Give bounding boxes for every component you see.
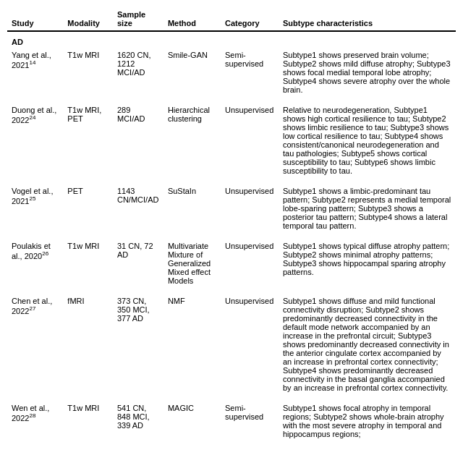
spacer-cell	[7, 288, 456, 294]
cell-category: Unsupervised	[221, 103, 279, 178]
cell-sample: 31 CN, 72 AD	[113, 239, 163, 288]
header-subtype: Subtype characteristics	[279, 7, 456, 31]
cell-subtype: Relative to neurodegeneration, Subtype1 …	[279, 103, 456, 178]
header-method: Method	[163, 7, 221, 31]
header-study: Study	[7, 7, 63, 31]
cell-method: Smile-GAN	[163, 48, 221, 97]
spacer-row	[7, 178, 456, 184]
cell-sample: 541 CN, 848 MCI, 339 AD	[113, 401, 163, 441]
cell-subtype: Subtype1 shows preserved brain volume; S…	[279, 48, 456, 97]
cell-method: MAGIC	[163, 401, 221, 441]
cell-sample: 289 MCI/AD	[113, 103, 163, 178]
cell-study: Vogel et al., 202125	[7, 184, 63, 233]
cell-study: Wen et al., 202228	[7, 401, 63, 441]
cell-study: Poulakis et al., 202026	[7, 239, 63, 288]
spacer-cell	[7, 178, 456, 184]
header-modality: Modality	[63, 7, 113, 31]
cell-sample: 1143 CN/MCI/AD	[113, 184, 163, 233]
section-label: AD	[7, 31, 456, 48]
cell-subtype: Subtype1 shows a limbic-predominant tau …	[279, 184, 456, 233]
cell-method: SuStaIn	[163, 184, 221, 233]
header-category: Category	[221, 7, 279, 31]
main-table: Study Modality Sample size Method Catego…	[7, 7, 456, 441]
spacer-row	[7, 395, 456, 401]
cell-category: Unsupervised	[221, 294, 279, 395]
table-row: Chen et al., 202227fMRI373 CN, 350 MCI, …	[7, 294, 456, 395]
table-row: Vogel et al., 202125PET1143 CN/MCI/ADSuS…	[7, 184, 456, 233]
cell-category: Unsupervised	[221, 184, 279, 233]
cell-category: Semi-supervised	[221, 401, 279, 441]
spacer-row	[7, 97, 456, 103]
cell-method: Multivariate Mixture of Generalized Mixe…	[163, 239, 221, 288]
cell-modality: T1w MRI	[63, 48, 113, 97]
cell-sample: 373 CN, 350 MCI, 377 AD	[113, 294, 163, 395]
cell-study: Duong et al., 202224	[7, 103, 63, 178]
cell-method: NMF	[163, 294, 221, 395]
spacer-row	[7, 233, 456, 239]
cell-category: Semi-supervised	[221, 48, 279, 97]
table-row: Yang et al., 202114T1w MRI1620 CN, 1212 …	[7, 48, 456, 97]
table-row: Duong et al., 202224T1w MRI, PET289 MCI/…	[7, 103, 456, 178]
cell-method: Hierarchical clustering	[163, 103, 221, 178]
cell-study: Yang et al., 202114	[7, 48, 63, 97]
spacer-cell	[7, 395, 456, 401]
section-header-row: AD	[7, 31, 456, 48]
cell-subtype: Subtype1 shows typical diffuse atrophy p…	[279, 239, 456, 288]
cell-category: Unsupervised	[221, 239, 279, 288]
spacer-cell	[7, 233, 456, 239]
table-row: Poulakis et al., 202026T1w MRI31 CN, 72 …	[7, 239, 456, 288]
cell-modality: T1w MRI	[63, 239, 113, 288]
spacer-row	[7, 288, 456, 294]
cell-sample: 1620 CN, 1212 MCI/AD	[113, 48, 163, 97]
cell-study: Chen et al., 202227	[7, 294, 63, 395]
cell-modality: fMRI	[63, 294, 113, 395]
cell-modality: PET	[63, 184, 113, 233]
table-row: Wen et al., 202228T1w MRI541 CN, 848 MCI…	[7, 401, 456, 441]
spacer-cell	[7, 97, 456, 103]
cell-modality: T1w MRI	[63, 401, 113, 441]
cell-subtype: Subtype1 shows diffuse and mild function…	[279, 294, 456, 395]
cell-subtype: Subtype1 shows focal atrophy in temporal…	[279, 401, 456, 441]
cell-modality: T1w MRI, PET	[63, 103, 113, 178]
header-sample: Sample size	[113, 7, 163, 31]
